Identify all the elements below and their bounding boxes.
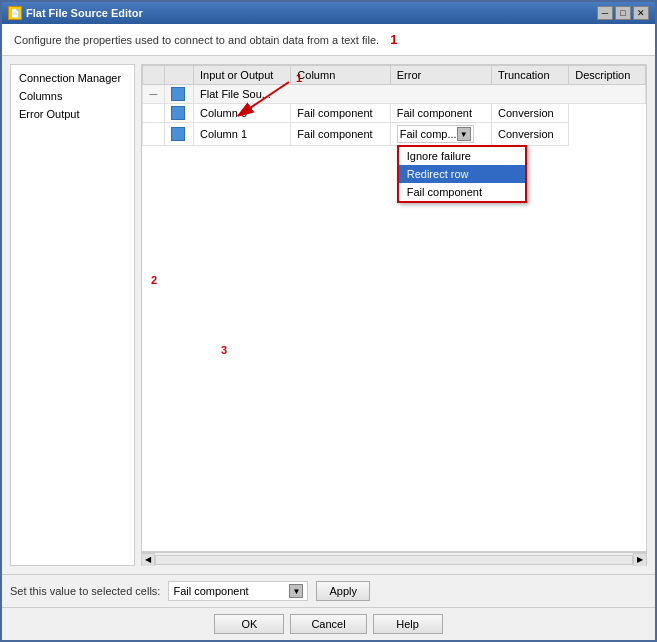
col-error: Error — [390, 66, 491, 85]
col-truncation: Truncation — [491, 66, 568, 85]
scroll-right-button[interactable]: ▶ — [633, 553, 647, 567]
inline-dropdown-value: Fail comp... — [400, 128, 457, 140]
left-panel: Connection Manager Columns Error Output — [10, 64, 135, 566]
row2-truncation-cell: Fail comp... ▼ Ignore failure Redirect r… — [390, 123, 491, 146]
scroll-track[interactable] — [155, 555, 633, 565]
footer-bar: OK Cancel Help — [2, 607, 655, 640]
row1-name: Column 0 — [194, 104, 291, 123]
annotation-1: 1 — [390, 32, 397, 47]
bottom-select[interactable]: Fail component ▼ — [168, 581, 308, 601]
right-panel: Input or Output Column Error Truncation … — [141, 64, 647, 566]
row1-icon-cell — [165, 104, 194, 123]
window-icon: 📄 — [8, 6, 22, 20]
scroll-left-button[interactable]: ◀ — [141, 553, 155, 567]
row1-truncation: Fail component — [390, 104, 491, 123]
apply-button[interactable]: Apply — [316, 581, 370, 601]
dropdown-option-redirect[interactable]: Redirect row — [399, 165, 525, 183]
group-row-icon — [171, 87, 185, 101]
col-input-output: Input or Output — [194, 66, 291, 85]
dropdown-arrow-icon[interactable]: ▼ — [457, 127, 471, 141]
right-panel-container: Input or Output Column Error Truncation … — [141, 64, 647, 566]
inline-dropdown[interactable]: Fail comp... ▼ — [397, 125, 474, 143]
row1-description: Conversion — [491, 104, 568, 123]
grid-container: Input or Output Column Error Truncation … — [141, 64, 647, 552]
row2-icon-cell — [165, 123, 194, 146]
sidebar-item-error-output[interactable]: Error Output — [11, 105, 134, 123]
data-grid: Input or Output Column Error Truncation … — [142, 65, 646, 146]
bottom-select-arrow-icon[interactable]: ▼ — [289, 584, 303, 598]
sidebar-item-columns[interactable]: Columns — [11, 87, 134, 105]
ok-button[interactable]: OK — [214, 614, 284, 634]
row1-expand — [143, 104, 165, 123]
truncation-dropdown[interactable]: Fail comp... ▼ Ignore failure Redirect r… — [397, 125, 485, 143]
row1-icon — [171, 106, 185, 120]
title-bar-left: 📄 Flat File Source Editor — [8, 6, 143, 20]
title-buttons: ─ □ ✕ — [597, 6, 649, 20]
close-button[interactable]: ✕ — [633, 6, 649, 20]
col-description: Description — [569, 66, 646, 85]
table-group-row: ─ Flat File Sou... — [143, 85, 646, 104]
dropdown-option-ignore[interactable]: Ignore failure — [399, 147, 525, 165]
help-button[interactable]: Help — [373, 614, 443, 634]
row2-name: Column 1 — [194, 123, 291, 146]
horizontal-scrollbar[interactable]: ◀ ▶ — [141, 552, 647, 566]
bottom-select-value: Fail component — [173, 585, 289, 597]
window-title: Flat File Source Editor — [26, 7, 143, 19]
sidebar-item-connection-manager[interactable]: Connection Manager — [11, 69, 134, 87]
group-row-icon-cell — [165, 85, 194, 104]
set-value-label: Set this value to selected cells: — [10, 585, 160, 597]
description-text: Configure the properties used to connect… — [14, 34, 379, 46]
group-row-name: Flat File Sou... — [194, 85, 646, 104]
table-header-row: Input or Output Column Error Truncation … — [143, 66, 646, 85]
maximize-button[interactable]: □ — [615, 6, 631, 20]
row2-description: Conversion — [491, 123, 568, 146]
minimize-button[interactable]: ─ — [597, 6, 613, 20]
col-column: Column — [291, 66, 390, 85]
row2-error: Fail component — [291, 123, 390, 146]
dropdown-option-fail[interactable]: Fail component — [399, 183, 525, 201]
row2-icon — [171, 127, 185, 141]
table-row: Column 1 Fail component Fail comp... ▼ — [143, 123, 646, 146]
description-bar: Configure the properties used to connect… — [2, 24, 655, 56]
expand-cell[interactable]: ─ — [143, 85, 165, 104]
bottom-bar: Set this value to selected cells: Fail c… — [2, 574, 655, 607]
row2-expand — [143, 123, 165, 146]
cancel-button[interactable]: Cancel — [290, 614, 366, 634]
title-bar: 📄 Flat File Source Editor ─ □ ✕ — [2, 2, 655, 24]
col-expand — [143, 66, 165, 85]
main-content: Connection Manager Columns Error Output … — [2, 56, 655, 574]
row1-error: Fail component — [291, 104, 390, 123]
table-row: Column 0 Fail component Fail component C… — [143, 104, 646, 123]
flat-file-source-editor-window: 📄 Flat File Source Editor ─ □ ✕ Configur… — [0, 0, 657, 642]
col-icon — [165, 66, 194, 85]
dropdown-popup: Ignore failure Redirect row Fail compone… — [397, 145, 527, 203]
